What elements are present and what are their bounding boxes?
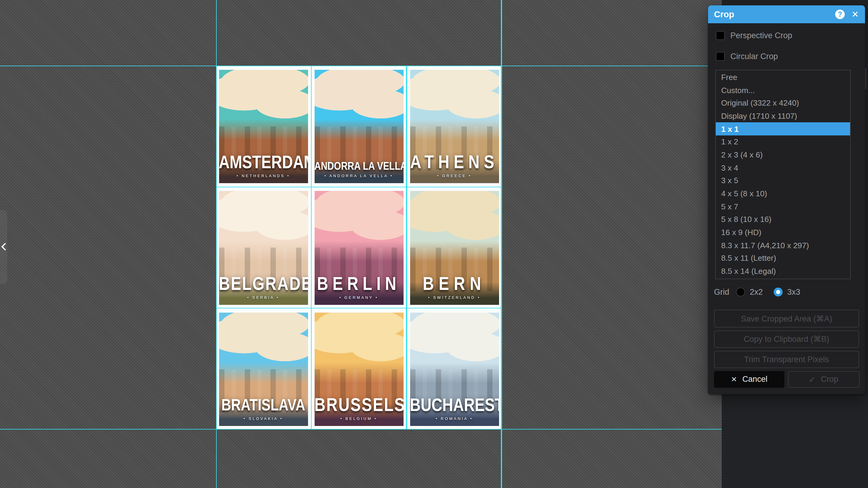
poster-label: ANDORRA LA VELLA • ANDORRA LA VELLA • [314,162,403,178]
aspect-ratio-list: Free Custom... Original (3322 x 4240) Di… [715,69,851,279]
grid-3x3-label[interactable]: 3x3 [787,287,801,296]
perspective-crop-checkbox-row[interactable]: Perspective Crop [716,31,792,40]
crop-panel-header: Crop ? ✕ [708,5,865,23]
ratio-item-letter[interactable]: 8.5 x 11 (Letter) [716,252,850,265]
poster-city-title: BERN [410,274,499,293]
sidebar-collapse-button[interactable] [1,241,9,252]
ratio-item-5x7[interactable]: 5 x 7 [716,200,850,213]
ratio-item-custom[interactable]: Custom... [716,84,850,96]
copy-to-clipboard-button[interactable]: Copy to Clipboard (⌘B) [714,330,859,348]
close-icon: ✕ [851,9,859,19]
ratio-item-1x2[interactable]: 1 x 2 [716,135,850,148]
poster-tile-bratislava: BRATISLAVA • SLOVAKIA • [219,312,308,426]
circular-crop-checkbox-row[interactable]: Circular Crop [716,52,778,61]
question-mark-icon: ? [838,10,842,19]
poster-label: BERLIN • GERMANY • [314,277,403,299]
circular-crop-label: Circular Crop [731,52,778,61]
poster-tile-bern: BERN • SWITZERLAND • [410,191,499,304]
poster-city-title: BUCHAREST [410,396,499,414]
ratio-item-free[interactable]: Free [716,71,850,84]
crop-button-label: Crop [821,375,838,384]
thirds-guide-vertical-1 [311,66,312,429]
crop-edge-guide-bottom[interactable] [0,429,721,429]
screenshot-viewport: AMSTERDAM • NETHERLANDS • ANDORRA LA VEL… [0,0,868,488]
ratio-item-3x5[interactable]: 3 x 5 [716,174,850,187]
grid-label: Grid [714,287,736,296]
thirds-guide-horizontal-1 [216,187,501,188]
poster-country: • SWITZERLAND • [410,295,499,299]
radio-3x3-selected[interactable] [774,287,783,296]
grid-options-row: Grid 2x2 3x3 [714,286,800,297]
panel-title: Crop [714,9,734,19]
chevron-left-icon [1,243,9,250]
app-window: AMSTERDAM • NETHERLANDS • ANDORRA LA VEL… [0,0,868,488]
ratio-item-5x8[interactable]: 5 x 8 (10 x 16) [716,213,850,226]
crop-edge-guide-right[interactable] [501,0,502,488]
crop-edge-guide-left[interactable] [216,0,217,488]
poster-city-title: BELGRADE [219,274,308,293]
ratio-item-3x4[interactable]: 3 x 4 [716,161,850,174]
poster-label: BRUSSELS • BELGIUM • [314,398,403,421]
x-icon: ✕ [731,375,737,384]
crop-edge-guide-top[interactable] [0,66,721,67]
crop-region[interactable]: AMSTERDAM • NETHERLANDS • ANDORRA LA VEL… [216,66,501,429]
poster-country: • SERBIA • [219,295,308,299]
checkbox-unchecked-icon[interactable] [716,31,724,40]
ratio-item-16x9[interactable]: 16 x 9 (HD) [716,226,850,239]
ratio-item-original[interactable]: Original (3322 x 4240) [716,97,850,109]
cancel-button[interactable]: ✕ Cancel [714,371,784,388]
grid-2x2-label[interactable]: 2x2 [750,287,763,296]
close-panel-button[interactable]: ✕ [851,10,859,19]
poster-country: • GERMANY • [314,295,403,299]
checkmark-icon: ✓ [809,375,815,384]
poster-city-title: BRUSSELS [314,395,403,414]
scroll-indicator [865,68,866,89]
trim-transparent-pixels-button[interactable]: Trim Transparent Pixels [714,351,859,368]
poster-label: AMSTERDAM • NETHERLANDS • [219,156,308,178]
poster-label: ATHENS • GREECE • [410,156,499,178]
poster-tile-andorra-la-vella: ANDORRA LA VELLA • ANDORRA LA VELLA • [314,69,403,183]
poster-label: BERN • SWITZERLAND • [410,277,499,299]
poster-country: • GREECE • [410,173,499,178]
poster-label: BELGRADE • SERBIA • [219,277,308,299]
poster-label: BUCHAREST • ROMANIA • [410,399,499,421]
ratio-item-a4[interactable]: 8.3 x 11.7 (A4,210 x 297) [716,239,850,252]
ratio-item-2x3[interactable]: 2 x 3 (4 x 6) [716,148,850,161]
poster-city-title: BRATISLAVA [219,398,308,414]
help-button[interactable]: ? [835,9,845,19]
poster-tile-athens: ATHENS • GREECE • [410,69,499,183]
radio-2x2-unselected[interactable] [736,287,745,296]
ratio-item-4x5[interactable]: 4 x 5 (8 x 10) [716,187,850,200]
ratio-item-legal[interactable]: 8.5 x 14 (Legal) [716,265,850,278]
poster-tile-brussels: BRUSSELS • BELGIUM • [314,312,403,426]
poster-country: • ANDORRA LA VELLA • [314,173,403,178]
save-cropped-area-button[interactable]: Save Cropped Area (⌘A) [714,310,859,327]
perspective-crop-label: Perspective Crop [731,31,792,40]
poster-city-title: AMSTERDAM [219,153,308,171]
checkbox-unchecked-icon[interactable] [716,52,724,61]
poster-city-title: BERLIN [314,274,403,293]
poster-label: BRATISLAVA • SLOVAKIA • [219,400,308,421]
ratio-item-display[interactable]: Display (1710 x 1107) [716,109,850,122]
crop-panel: Crop ? ✕ Perspective Crop Circular Crop … [708,5,865,394]
poster-country: • BELGIUM • [314,416,403,421]
poster-country: • ROMANIA • [410,416,499,421]
poster-country: • NETHERLANDS • [219,173,308,178]
crop-button[interactable]: ✓ Crop [788,371,859,388]
ratio-item-1x1-selected[interactable]: 1 x 1 [716,123,850,135]
cancel-button-label: Cancel [742,375,767,384]
thirds-guide-horizontal-2 [216,308,501,309]
poster-city-title: ANDORRA LA VELLA [314,160,403,171]
poster-city-title: ATHENS [410,153,499,171]
poster-tile-berlin: BERLIN • GERMANY • [314,191,403,304]
poster-tile-bucharest: BUCHAREST • ROMANIA • [410,312,499,426]
poster-tile-belgrade: BELGRADE • SERBIA • [219,191,308,304]
thirds-guide-vertical-2 [406,66,407,429]
poster-tile-amsterdam: AMSTERDAM • NETHERLANDS • [219,69,308,183]
poster-country: • SLOVAKIA • [219,416,308,421]
